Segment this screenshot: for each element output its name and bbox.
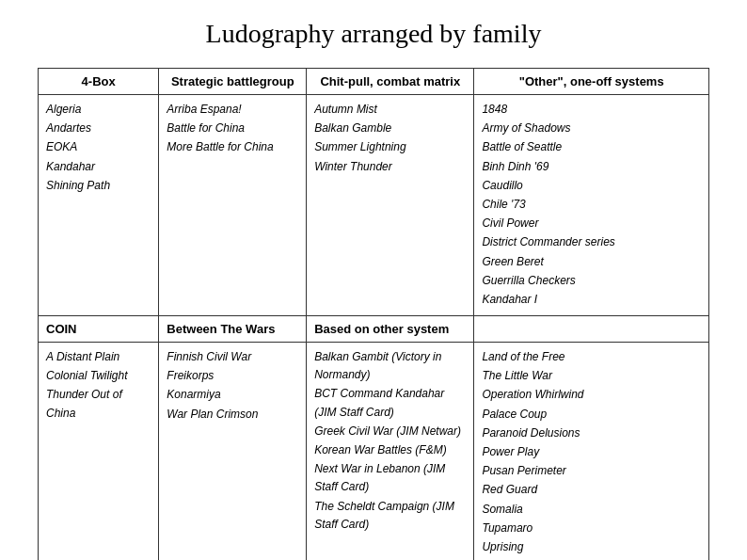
row2-col2-items: Finnish Civil War Freikorps Konarmiya Wa… (167, 348, 298, 424)
row2-col2-label: Between The Wars (167, 322, 275, 336)
cell-row2-header-col3: Based on other system (307, 316, 474, 343)
col-header-1: 4-Box (39, 69, 159, 95)
col-header-3: Chit-pull, combat matrix (307, 69, 474, 95)
page-title: Ludography arranged by family (38, 19, 709, 49)
cell-row1-col2: Arriba Espana! Battle for China More Bat… (159, 95, 307, 316)
row2-col4-items: Land of the Free The Little War Operatio… (482, 348, 701, 560)
table-header-row: 4-Box Strategic battlegroup Chit-pull, c… (39, 69, 709, 95)
cell-row2-header-col4 (474, 316, 709, 343)
col-header-2: Strategic battlegroup (159, 69, 307, 95)
row2-col3-label: Based on other system (314, 322, 449, 336)
cell-row1-col4: 1848 Army of Shadows Battle of Seattle B… (474, 95, 709, 316)
cell-row2-col1: A Distant Plain Colonial Twilight Thunde… (39, 343, 159, 560)
cell-row1-col3: Autumn Mist Balkan Gamble Summer Lightni… (307, 95, 474, 316)
row1-col1-items: Algeria Andartes EOKA Kandahar Shining P… (46, 101, 151, 195)
row2-col1-label: COIN (46, 322, 77, 336)
cell-row2-header-col2: Between The Wars (159, 316, 307, 343)
row1-col4-items: 1848 Army of Shadows Battle of Seattle B… (482, 101, 701, 309)
row1-col3-items: Autumn Mist Balkan Gamble Summer Lightni… (314, 101, 466, 176)
table-row-2-header: COIN Between The Wars Based on other sys… (39, 316, 709, 343)
cell-row2-col4: Land of the Free The Little War Operatio… (474, 343, 709, 560)
cell-row2-col3: Balkan Gambit (Victory in Normandy) BCT … (307, 343, 474, 560)
table-row-1-content: Algeria Andartes EOKA Kandahar Shining P… (39, 95, 709, 316)
row2-col3-items: Balkan Gambit (Victory in Normandy) BCT … (314, 348, 466, 534)
cell-row1-col1: Algeria Andartes EOKA Kandahar Shining P… (39, 95, 159, 316)
row2-col1-items: A Distant Plain Colonial Twilight Thunde… (46, 348, 151, 423)
cell-row2-header-col1: COIN (39, 316, 159, 343)
main-table: 4-Box Strategic battlegroup Chit-pull, c… (38, 68, 709, 560)
cell-row2-col2: Finnish Civil War Freikorps Konarmiya Wa… (159, 343, 307, 560)
table-row-2-content: A Distant Plain Colonial Twilight Thunde… (39, 343, 709, 560)
col-header-4: "Other", one-off systems (474, 69, 709, 95)
row1-col2-items: Arriba Espana! Battle for China More Bat… (167, 101, 298, 157)
